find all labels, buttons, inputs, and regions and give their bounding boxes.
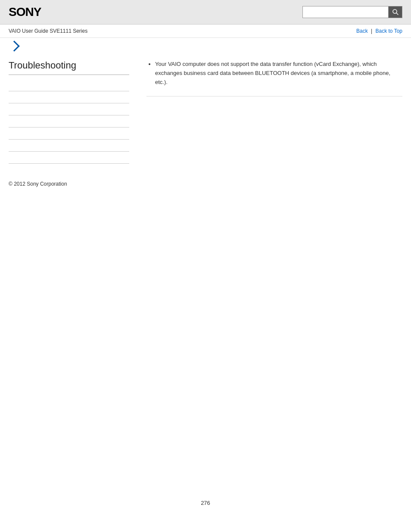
sidebar-link-1[interactable] <box>9 79 129 91</box>
bullet-list: Your VAIO computer does not support the … <box>146 60 402 87</box>
search-area <box>302 6 402 18</box>
page-wrapper: SONY VAIO User Guide SVE1111 Series Back… <box>0 0 411 532</box>
back-link[interactable]: Back <box>356 28 368 34</box>
content-area: Troubleshooting Your VAIO computer does … <box>0 51 411 172</box>
sidebar-link-7[interactable] <box>9 152 129 164</box>
footer-copyright: © 2012 Sony Corporation <box>0 172 411 196</box>
search-icon <box>392 9 399 16</box>
sidebar-link-5[interactable] <box>9 128 129 140</box>
sidebar: Troubleshooting <box>9 60 142 164</box>
main-content: Your VAIO computer does not support the … <box>142 60 402 164</box>
chevron-area <box>0 38 411 51</box>
nav-separator: | <box>371 28 372 34</box>
header: SONY <box>0 0 411 25</box>
svg-line-1 <box>396 13 398 15</box>
sidebar-link-3[interactable] <box>9 103 129 115</box>
sidebar-link-4[interactable] <box>9 115 129 128</box>
back-to-top-link[interactable]: Back to Top <box>376 28 402 34</box>
search-input[interactable] <box>302 6 389 18</box>
page-number: 276 <box>0 491 411 515</box>
nav-links: Back | Back to Top <box>356 28 402 34</box>
search-button[interactable] <box>389 6 402 18</box>
nav-bar: VAIO User Guide SVE1111 Series Back | Ba… <box>0 25 411 38</box>
sidebar-link-6[interactable] <box>9 140 129 152</box>
sony-logo: SONY <box>9 5 41 19</box>
list-item: Your VAIO computer does not support the … <box>155 60 402 87</box>
content-block: Your VAIO computer does not support the … <box>146 60 402 96</box>
copyright-text: © 2012 Sony Corporation <box>9 181 67 187</box>
chevron-right-icon <box>9 40 19 51</box>
sidebar-link-2[interactable] <box>9 91 129 103</box>
sidebar-title: Troubleshooting <box>9 60 129 75</box>
breadcrumb: VAIO User Guide SVE1111 Series <box>9 28 87 34</box>
